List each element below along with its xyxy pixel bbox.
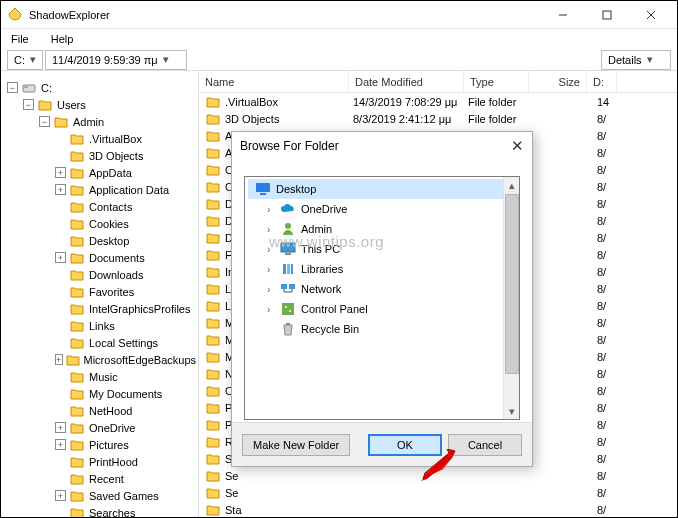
tree-node[interactable]: 3D Objects [7,147,196,164]
tree-toggle-icon[interactable]: + [55,252,66,263]
tree-node[interactable]: −C: [7,79,196,96]
tree-node[interactable]: Downloads [7,266,196,283]
tree-toggle-icon[interactable]: − [7,82,18,93]
dialog-close-button[interactable]: ✕ [486,137,524,155]
tree-node[interactable]: Music [7,368,196,385]
list-header[interactable]: Name Date Modified Type Size D: [199,71,677,93]
folder-node[interactable]: ›This PC [247,239,517,259]
table-row[interactable]: .VirtualBox14/3/2019 7:08:29 μμFile fold… [199,93,677,110]
svg-rect-0 [603,11,611,19]
folder-icon [205,367,221,381]
drive-select[interactable]: C: ▾ [7,50,43,70]
tree-label: Searches [89,507,135,518]
tree-node[interactable]: −Admin [7,113,196,130]
tree-node[interactable]: Cookies [7,215,196,232]
tree-toggle-icon[interactable] [55,405,66,416]
tree-toggle-icon[interactable]: + [55,490,66,501]
tree-node[interactable]: Local Settings [7,334,196,351]
tree-toggle-icon[interactable] [55,201,66,212]
tree-toggle-icon[interactable] [55,507,66,517]
folder-node[interactable]: ›Admin [247,219,517,239]
table-row[interactable]: 3D Objects8/3/2019 2:41:12 μμFile folder… [199,110,677,127]
tree-toggle-icon[interactable] [55,388,66,399]
folder-node[interactable]: ›Libraries [247,259,517,279]
tree-toggle-icon[interactable]: + [55,354,63,365]
tree-node[interactable]: +Application Data [7,181,196,198]
close-button[interactable] [629,1,673,29]
table-row[interactable]: Se8/ [199,484,677,501]
tree-toggle-icon[interactable] [55,371,66,382]
tree-toggle-icon[interactable] [55,150,66,161]
tree-node[interactable]: My Documents [7,385,196,402]
tree-node[interactable]: PrintHood [7,453,196,470]
col-date[interactable]: Date Modified [349,71,464,92]
folder-node[interactable]: ›Network [247,279,517,299]
tree-node[interactable]: IntelGraphicsProfiles [7,300,196,317]
tree-node[interactable]: .VirtualBox [7,130,196,147]
tree-node[interactable]: +MicrosoftEdgeBackups [7,351,196,368]
tree-pane[interactable]: −C:−Users−Admin.VirtualBox3D Objects+App… [1,71,199,517]
menu-file[interactable]: File [7,31,33,47]
make-new-folder-button[interactable]: Make New Folder [242,434,350,456]
folder-node[interactable]: ›OneDrive [247,199,517,219]
node-icon [279,321,297,337]
tree-toggle-icon[interactable] [55,456,66,467]
tree-node[interactable]: +Documents [7,249,196,266]
tree-toggle-icon[interactable]: + [55,439,66,450]
scroll-thumb[interactable] [505,194,519,374]
tree-toggle-icon[interactable]: + [55,167,66,178]
snapshot-select[interactable]: 11/4/2019 9:59:39 πμ ▾ [45,50,187,70]
tree-toggle-icon[interactable]: − [23,99,34,110]
table-row[interactable]: Se8/ [199,467,677,484]
scroll-down-icon[interactable]: ▾ [504,403,519,419]
tree-toggle-icon[interactable]: + [55,422,66,433]
tree-node[interactable]: Searches [7,504,196,517]
table-row[interactable]: Sta8/ [199,501,677,517]
maximize-button[interactable] [585,1,629,29]
row-d: 8/ [591,147,621,159]
row-d: 8/ [591,402,621,414]
tree-toggle-icon[interactable] [55,337,66,348]
col-size[interactable]: Size [529,71,587,92]
tree-node[interactable]: −Users [7,96,196,113]
minimize-button[interactable] [541,1,585,29]
tree-toggle-icon[interactable] [55,269,66,280]
tree-node[interactable]: +Saved Games [7,487,196,504]
tree-toggle-icon[interactable] [55,235,66,246]
tree-toggle-icon[interactable]: − [39,116,50,127]
folder-icon [205,435,221,449]
tree-toggle-icon[interactable] [55,133,66,144]
folder-node[interactable]: Desktop [248,179,516,199]
scroll-up-icon[interactable]: ▴ [504,177,519,193]
col-name[interactable]: Name [199,71,349,92]
tree-node[interactable]: Recent [7,470,196,487]
col-type[interactable]: Type [464,71,529,92]
tree-toggle-icon[interactable]: + [55,184,66,195]
tree-toggle-icon[interactable] [55,218,66,229]
tree-toggle-icon[interactable] [55,320,66,331]
tree-toggle-icon[interactable] [55,303,66,314]
folder-tree[interactable]: Desktop›OneDrive›Admin›This PC›Libraries… [244,176,520,420]
cancel-button[interactable]: Cancel [448,434,522,456]
folder-node[interactable]: Recycle Bin [247,319,517,339]
tree-node[interactable]: +AppData [7,164,196,181]
folder-icon [205,316,221,330]
view-select[interactable]: Details ▾ [601,50,671,70]
scrollbar[interactable]: ▴ ▾ [503,177,519,419]
tree-node[interactable]: Favorites [7,283,196,300]
tree-toggle-icon[interactable] [55,473,66,484]
tree-node[interactable]: Desktop [7,232,196,249]
folder-icon [205,299,221,313]
folder-icon [69,268,85,282]
tree-node[interactable]: NetHood [7,402,196,419]
col-d[interactable]: D: [587,71,617,92]
tree-node[interactable]: +Pictures [7,436,196,453]
folder-node[interactable]: ›Control Panel [247,299,517,319]
tree-label: AppData [89,167,132,179]
tree-toggle-icon[interactable] [55,286,66,297]
ok-button[interactable]: OK [368,434,442,456]
tree-node[interactable]: Links [7,317,196,334]
tree-node[interactable]: Contacts [7,198,196,215]
menu-help[interactable]: Help [47,31,78,47]
tree-node[interactable]: +OneDrive [7,419,196,436]
